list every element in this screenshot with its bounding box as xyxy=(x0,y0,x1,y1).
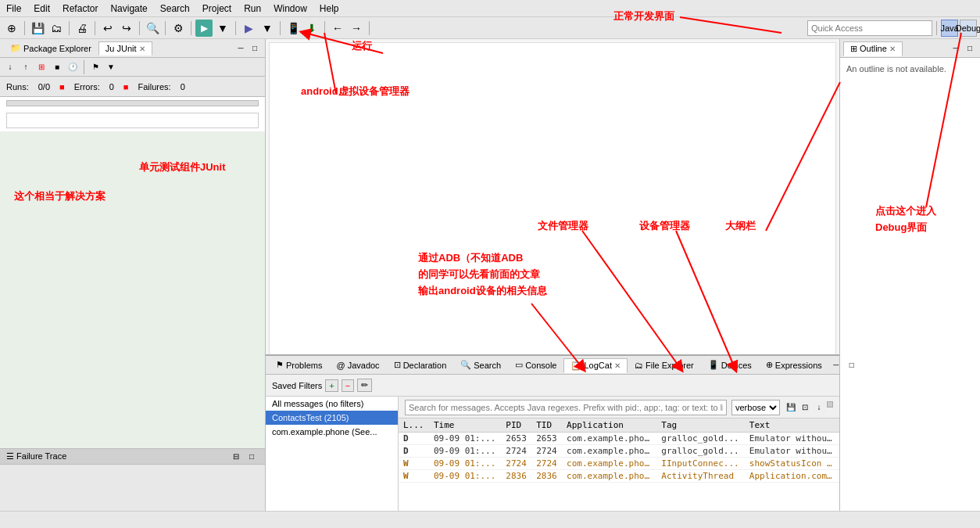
junit-filter[interactable]: ⚑ xyxy=(88,60,102,74)
forward-button[interactable]: → xyxy=(348,20,365,37)
logcat-verbose-select[interactable]: verbosedebuginfowarnerror xyxy=(731,400,780,415)
log-table-container[interactable]: L... Time PID TID Application Tag Text D… xyxy=(399,418,839,511)
search-icon: 🔍 xyxy=(460,360,471,370)
junit-next-failure[interactable]: ↓ xyxy=(3,60,17,74)
failure-trace-icon: ☰ xyxy=(6,451,14,461)
menu-edit[interactable]: Edit xyxy=(27,2,56,16)
tab-devices[interactable]: 📱 Devices xyxy=(701,357,759,372)
quick-access-input[interactable] xyxy=(807,20,932,36)
save-all-button[interactable]: 🗂 xyxy=(48,20,65,37)
debug-perspective-button[interactable]: Debug xyxy=(960,20,977,37)
maximize-left-panel[interactable]: □ xyxy=(248,41,262,56)
menu-run[interactable]: Run xyxy=(238,2,267,16)
menu-window[interactable]: Window xyxy=(267,2,313,16)
redo-button[interactable]: ↪ xyxy=(118,20,135,37)
tab-console[interactable]: ▭ Console xyxy=(508,357,563,372)
filter-example-phone[interactable]: com.example.phone (See... xyxy=(266,425,398,439)
log-tid-cell: 2836 xyxy=(531,470,562,483)
tab-search[interactable]: 🔍 Search xyxy=(453,357,508,372)
logcat-scroll-button[interactable]: ↓ xyxy=(813,401,825,414)
junit-history[interactable]: 🕐 xyxy=(66,60,80,74)
maximize-right-panel[interactable]: □ xyxy=(963,41,977,56)
col-app: Application xyxy=(562,418,656,433)
junit-status-bar: Runs: 0/0 ■ Errors: 0 ■ Failures: 0 xyxy=(0,77,265,97)
toolbar-sep-3 xyxy=(95,21,95,35)
minimize-bottom-panel[interactable]: ─ xyxy=(829,358,843,372)
junit-stop[interactable]: ■ xyxy=(50,60,64,74)
expressions-icon: ⊕ xyxy=(766,360,773,370)
log-tag-cell: gralloc_gold... xyxy=(656,445,744,458)
tab-outline[interactable]: ⊞ Outline ✕ xyxy=(843,41,903,56)
failure-trace-panel: ☰ Failure Trace ⊟ □ xyxy=(0,448,265,511)
back-button[interactable]: ← xyxy=(329,20,346,37)
tab-expressions[interactable]: ⊕ Expressions xyxy=(759,357,829,372)
minimize-right-panel[interactable]: ─ xyxy=(949,41,963,56)
javadoc-label: Javadoc xyxy=(348,361,380,370)
junit-view-menu[interactable]: ▼ xyxy=(104,60,118,74)
save-button[interactable]: 💾 xyxy=(29,20,46,37)
table-row[interactable]: D 09-09 01:... 2724 2724 com.example.pho… xyxy=(399,445,839,458)
tab-problems[interactable]: ⚑ Problems xyxy=(269,357,329,372)
toolbar-sep-7 xyxy=(235,21,236,35)
edit-filter-button[interactable]: ✏ xyxy=(357,379,372,392)
junit-prev-failure[interactable]: ↑ xyxy=(19,60,33,74)
log-tag-cell: ActivityThread xyxy=(656,470,744,483)
debug-run-button[interactable]: ▶ xyxy=(240,20,257,37)
junit-rerun[interactable]: ⊞ xyxy=(34,60,48,74)
table-row[interactable]: W 09-09 01:... 2724 2724 com.example.pho… xyxy=(399,458,839,470)
devices-icon: 📱 xyxy=(708,360,719,370)
menu-refactor[interactable]: Refactor xyxy=(56,2,104,16)
outline-close-button[interactable]: ✕ xyxy=(889,45,896,53)
package-explorer-icon: 📁 xyxy=(10,43,21,53)
minimize-left-panel[interactable]: ─ xyxy=(234,41,248,56)
tab-junit[interactable]: Ju JUnit ✕ xyxy=(98,41,152,56)
junit-close-button[interactable]: ✕ xyxy=(139,45,145,53)
menu-file[interactable]: File xyxy=(0,2,27,16)
right-panel-tab-bar: ⊞ Outline ✕ ─ □ xyxy=(840,39,980,58)
filter-all-messages[interactable]: All messages (no filters) xyxy=(266,397,398,411)
logcat-close-button[interactable]: ✕ xyxy=(614,361,621,370)
new-button[interactable]: ⊕ xyxy=(3,20,20,37)
tab-javadoc[interactable]: @ Javadoc xyxy=(329,358,386,372)
failure-trace-expand[interactable]: □ xyxy=(245,450,259,464)
build-button[interactable]: ⚙ xyxy=(170,20,187,37)
table-row[interactable]: W 09-09 01:... 2836 2836 com.example.pho… xyxy=(399,470,839,483)
remove-filter-button[interactable]: − xyxy=(342,379,354,392)
tab-logcat[interactable]: 📋 LogCat ✕ xyxy=(563,358,627,373)
debug-dropdown[interactable]: ▼ xyxy=(259,20,276,37)
menu-search[interactable]: Search xyxy=(154,2,196,16)
search-toolbar-button[interactable]: 🔍 xyxy=(144,20,161,37)
menu-help[interactable]: Help xyxy=(313,2,345,16)
tab-declaration[interactable]: ⊡ Declaration xyxy=(387,357,454,372)
run-button[interactable]: ▶ xyxy=(195,20,213,37)
package-explorer-label: Package Explorer xyxy=(23,44,91,53)
failure-trace-text: Failure Trace xyxy=(16,451,66,461)
log-text-cell: Application.com.ex xyxy=(745,470,839,483)
run-dropdown[interactable]: ▼ xyxy=(214,20,231,37)
print-button[interactable]: 🖨 xyxy=(73,20,91,37)
menu-navigate[interactable]: Navigate xyxy=(104,2,153,16)
maximize-bottom-panel[interactable]: □ xyxy=(845,358,859,372)
failure-trace-copy[interactable]: ⊟ xyxy=(229,450,243,464)
log-tid-cell: 2724 xyxy=(531,445,562,458)
table-row[interactable]: D 09-09 01:... 2653 2653 com.example.pho… xyxy=(399,433,839,445)
logcat-search-icons: 💾 ⊡ ↓ xyxy=(785,401,833,414)
logcat-save-button[interactable]: 💾 xyxy=(785,401,797,414)
col-tag: Tag xyxy=(656,418,744,433)
filter-contacts-test[interactable]: ContactsTest (2105) xyxy=(266,411,398,425)
undo-button[interactable]: ↩ xyxy=(99,20,116,37)
right-panel: ⊞ Outline ✕ ─ □ An outline is not availa… xyxy=(839,39,980,511)
add-filter-button[interactable]: + xyxy=(325,379,338,392)
logcat-search-input[interactable] xyxy=(405,400,727,415)
logcat-scroll-lock[interactable] xyxy=(827,401,833,408)
android-avd-button[interactable]: 📱 xyxy=(284,20,302,37)
tab-package-explorer[interactable]: 📁 Package Explorer xyxy=(3,41,98,56)
logcat-icon: 📋 xyxy=(570,361,581,371)
log-level-cell: W xyxy=(399,458,429,470)
menu-project[interactable]: Project xyxy=(196,2,238,16)
logcat-clear-button[interactable]: ⊡ xyxy=(799,401,811,414)
tab-file-explorer[interactable]: 🗂 File Explorer xyxy=(628,358,701,372)
junit-search-input[interactable] xyxy=(6,113,259,128)
toolbar-sep-11 xyxy=(936,21,937,35)
android-sdk-button[interactable]: ⬇ xyxy=(303,20,320,37)
